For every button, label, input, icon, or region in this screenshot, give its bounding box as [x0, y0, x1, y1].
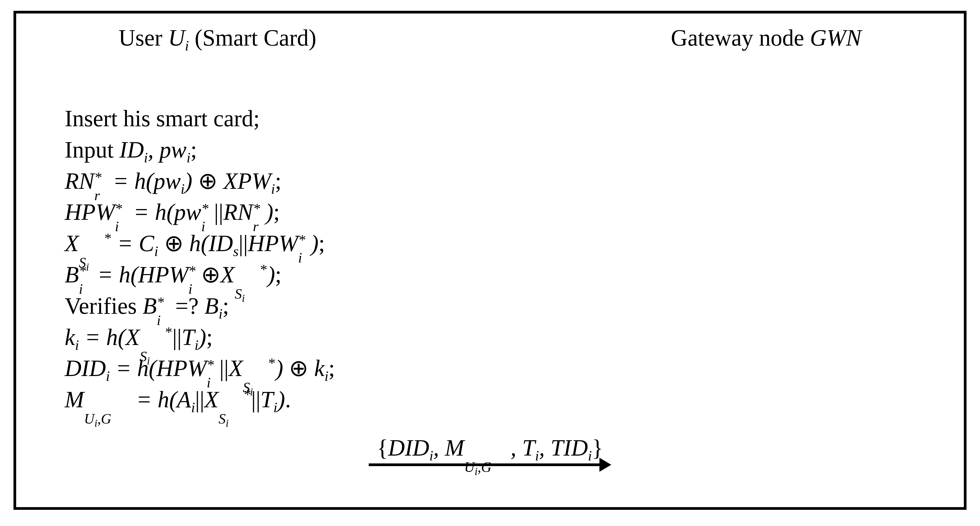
message-inner: {DIDi, MUi,G, Ti, TIDi}	[369, 434, 611, 467]
step-5: XSi* = Ci ⊕ h(IDs||HPWi*);	[65, 228, 335, 259]
diagram-frame: User Ui (Smart Card) Gateway node GWN In…	[13, 11, 967, 510]
step-6: Bi* = h(HPWi*⊕XSi*);	[65, 260, 335, 290]
step-1: Insert his smart card;	[65, 104, 335, 134]
heading-gwn-symbol: GWN	[810, 25, 861, 51]
step-1-text: Insert his smart card;	[65, 105, 260, 131]
heading-row: User Ui (Smart Card) Gateway node GWN	[16, 13, 964, 51]
step-7: Verifies Bi* =? Bi;	[65, 291, 335, 321]
heading-user: User Ui (Smart Card)	[119, 24, 317, 51]
heading-gwn: Gateway node GWN	[671, 24, 861, 51]
steps-block: Insert his smart card; Input IDi, pwi; R…	[65, 102, 335, 416]
step-10: MUi,G = h(Ai||XSi*||Ti).	[65, 385, 335, 415]
step-9: DIDi = h(HPWi*||XSi*) ⊕ ki;	[65, 353, 335, 384]
arrow-right-icon	[369, 463, 611, 467]
heading-user-symbol: U	[168, 25, 185, 51]
heading-gwn-prefix: Gateway node	[671, 25, 810, 51]
heading-user-prefix: User	[119, 25, 168, 51]
step-4: HPWi* = h(pwi*||RNr*);	[65, 197, 335, 227]
message-row: {DIDi, MUi,G, Ti, TIDi}	[16, 434, 964, 467]
heading-user-sub: i	[185, 38, 189, 54]
step-2-prefix: Input	[65, 137, 119, 163]
arrow-head	[600, 458, 611, 472]
message-text: {DIDi, MUi,G, Ti, TIDi}	[377, 434, 603, 461]
step-2: Input IDi, pwi;	[65, 135, 335, 165]
step-8: ki = h(XSi*||Ti);	[65, 322, 335, 352]
page: User Ui (Smart Card) Gateway node GWN In…	[0, 0, 980, 526]
step-3: RNr* = h(pwi) ⊕ XPWi;	[65, 166, 335, 196]
arrow-line	[369, 464, 603, 466]
heading-user-suffix: (Smart Card)	[189, 25, 317, 51]
